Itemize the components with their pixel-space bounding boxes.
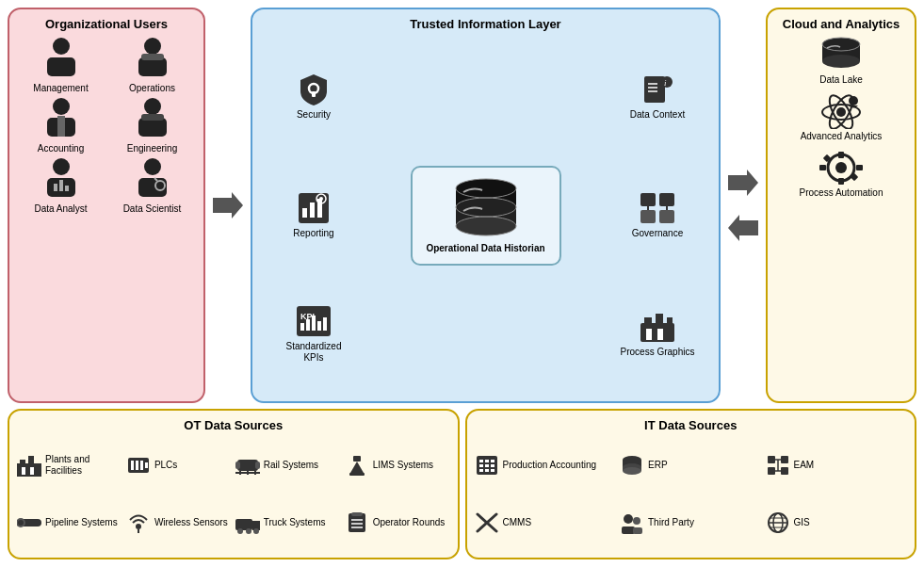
svg-rect-57 [644, 317, 652, 325]
svg-rect-93 [255, 462, 260, 469]
engineering-icon [134, 97, 171, 141]
svg-rect-118 [485, 464, 489, 467]
ot-lims: LIMS Systems [345, 438, 450, 493]
person-operations: Operations [108, 37, 196, 93]
it-gis: GIS [766, 496, 908, 551]
operations-label: Operations [129, 83, 175, 93]
svg-point-105 [237, 528, 243, 534]
svg-rect-4 [141, 54, 164, 60]
person-grid: Management Operations [17, 37, 196, 214]
governance-label: Governance [632, 228, 683, 239]
svg-rect-58 [656, 314, 663, 325]
svg-point-138 [633, 517, 640, 525]
cloud-analytics-box: Cloud and Analytics Data Lake [766, 8, 916, 403]
svg-rect-60 [657, 329, 663, 340]
ot-rail-label: Rail Systems [264, 460, 318, 471]
ot-pipeline-label: Pipeline Systems [45, 517, 118, 528]
svg-rect-55 [323, 317, 327, 331]
operations-icon [134, 37, 171, 81]
ot-plants-label: Plants and Facilities [45, 454, 122, 477]
svg-rect-104 [235, 519, 252, 530]
it-erp: ERP [620, 438, 762, 493]
svg-point-16 [144, 158, 161, 175]
svg-point-0 [53, 38, 70, 55]
management-icon [42, 37, 80, 81]
svg-rect-88 [136, 461, 138, 470]
cloud-data-lake: Data Lake [775, 37, 907, 86]
ot-truck: Truck Systems [235, 496, 341, 551]
it-items-grid: Production Accounting ERP [475, 438, 908, 550]
side-arrows [726, 8, 760, 403]
trusted-layer-title: Trusted Information Layer [260, 17, 711, 31]
svg-point-5 [53, 98, 70, 115]
svg-rect-116 [491, 460, 494, 462]
tl-kpis: KPI StandardizedKPIs [262, 277, 365, 392]
svg-point-2 [144, 38, 161, 55]
svg-rect-87 [131, 461, 134, 470]
svg-point-72 [849, 96, 858, 105]
ot-operator: Operator Rounds [345, 496, 450, 551]
svg-point-11 [53, 158, 70, 175]
it-cmms-label: CMMS [503, 517, 532, 528]
svg-rect-81 [17, 463, 41, 477]
ot-plants: Plants and Facilities [17, 438, 122, 493]
bottom-row: OT Data Sources Plants and Facilities [8, 409, 916, 559]
svg-rect-117 [479, 464, 483, 467]
accounting-icon [42, 97, 80, 141]
svg-rect-45 [640, 210, 656, 223]
svg-rect-46 [659, 210, 674, 223]
main-container: Organizational Users Management [0, 0, 924, 567]
svg-point-68 [836, 107, 846, 117]
svg-point-102 [136, 524, 141, 529]
svg-point-66 [822, 55, 860, 68]
svg-marker-63 [728, 215, 758, 241]
svg-rect-14 [59, 180, 63, 191]
svg-point-107 [253, 528, 259, 534]
tl-process-graphics: Process Graphics [606, 277, 709, 392]
arrow-org-to-trusted [211, 8, 245, 403]
svg-rect-119 [491, 464, 494, 467]
historian-label: Operational Data Historian [426, 243, 544, 254]
ot-plcs-label: PLCs [154, 460, 177, 471]
svg-rect-82 [20, 460, 25, 465]
person-data-scientist: Data Scientist [108, 157, 196, 214]
svg-rect-75 [838, 152, 844, 158]
svg-rect-44 [659, 193, 674, 206]
svg-rect-122 [491, 469, 494, 472]
advanced-analytics-label: Advanced Analytics [801, 131, 883, 142]
data-scientist-label: Data Scientist [123, 203, 182, 214]
tl-security: Security [262, 39, 365, 154]
accounting-label: Accounting [38, 143, 84, 154]
historian-center: Operational Data Historian [369, 39, 602, 392]
svg-rect-54 [317, 321, 321, 331]
svg-rect-90 [145, 462, 148, 468]
svg-rect-115 [485, 460, 489, 462]
ot-wireless-label: Wireless Sensors [154, 517, 228, 528]
person-engineering: Engineering [108, 97, 196, 154]
tl-data-context: i Data Context [606, 39, 709, 154]
svg-point-32 [661, 76, 673, 88]
person-management: Management [17, 37, 105, 93]
org-users-box: Organizational Users Management [8, 8, 205, 403]
ot-sources-box: OT Data Sources Plants and Facilities [8, 409, 460, 559]
svg-rect-128 [768, 456, 775, 463]
svg-rect-51 [300, 323, 304, 331]
ot-wireless: Wireless Sensors [126, 496, 232, 551]
svg-rect-22 [312, 91, 316, 97]
it-third-party: Third Party [620, 496, 762, 551]
top-row: Organizational Users Management [8, 8, 916, 403]
svg-rect-89 [140, 461, 143, 470]
ot-plcs: PLCs [126, 438, 232, 493]
svg-rect-99 [349, 473, 365, 476]
ot-operator-label: Operator Rounds [373, 517, 446, 528]
it-sources-box: IT Data Sources [465, 409, 917, 559]
it-eam: EAM [766, 438, 908, 493]
svg-rect-1 [47, 57, 75, 76]
data-analyst-label: Data Analyst [34, 203, 87, 214]
management-label: Management [33, 83, 88, 93]
svg-rect-109 [351, 512, 363, 516]
svg-rect-114 [479, 460, 483, 462]
svg-rect-140 [633, 527, 642, 534]
ot-rail: Rail Systems [235, 438, 341, 493]
svg-rect-92 [235, 462, 240, 469]
